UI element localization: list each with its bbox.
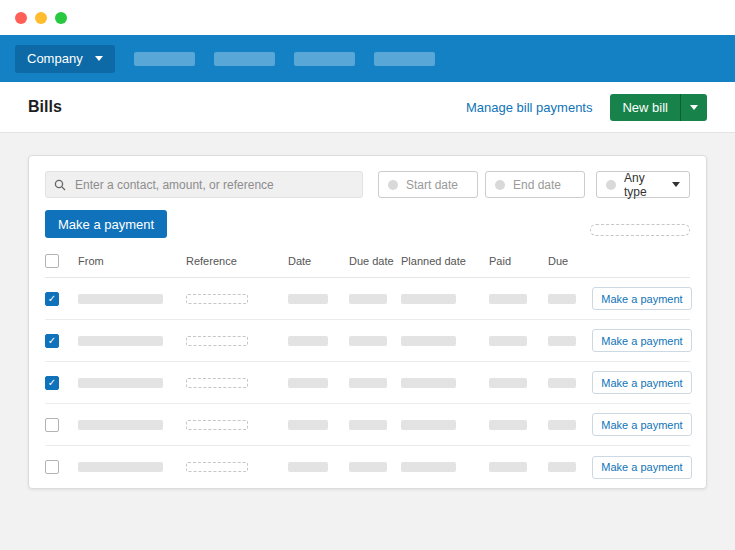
window-chrome — [0, 0, 735, 35]
nav-item-placeholder[interactable] — [214, 52, 275, 66]
column-header: Due — [548, 255, 592, 267]
due-date-placeholder — [349, 420, 387, 430]
chevron-down-icon — [690, 105, 698, 110]
column-header: From — [78, 255, 186, 267]
start-date-placeholder: Start date — [406, 178, 458, 192]
date-placeholder — [288, 336, 328, 346]
row-checkbox[interactable] — [45, 418, 59, 432]
due-placeholder — [548, 420, 576, 430]
paid-placeholder — [489, 336, 527, 346]
planned-date-placeholder — [401, 462, 456, 472]
company-menu-label: Company — [27, 51, 83, 66]
from-placeholder — [78, 420, 163, 430]
make-payment-button[interactable]: Make a payment — [45, 210, 167, 238]
end-date-input[interactable]: End date — [485, 171, 585, 198]
select-all-checkbox[interactable] — [45, 254, 59, 268]
due-date-placeholder — [349, 378, 387, 388]
row-make-payment-button[interactable]: Make a payment — [592, 413, 692, 436]
column-header: Planned date — [401, 255, 489, 267]
calendar-icon — [495, 180, 505, 190]
table-row: ✓Make a payment — [45, 278, 690, 320]
main-navbar: Company — [0, 35, 735, 82]
manage-bill-payments-link[interactable]: Manage bill payments — [466, 100, 592, 115]
type-filter-value: Any type — [624, 171, 664, 199]
placeholder-bar — [590, 224, 690, 236]
row-make-payment-button[interactable]: Make a payment — [592, 371, 692, 394]
nav-placeholder-items — [134, 52, 435, 66]
nav-item-placeholder[interactable] — [134, 52, 195, 66]
due-date-placeholder — [349, 336, 387, 346]
end-date-placeholder: End date — [513, 178, 561, 192]
table-row: Make a payment — [45, 446, 690, 488]
bills-card: Start date End date Any type Make a paym… — [28, 155, 707, 489]
due-date-placeholder — [349, 462, 387, 472]
nav-item-placeholder[interactable] — [374, 52, 435, 66]
row-checkbox[interactable]: ✓ — [45, 334, 59, 348]
due-placeholder — [548, 336, 576, 346]
chevron-down-icon — [95, 56, 103, 61]
type-filter-dropdown[interactable]: Any type — [596, 171, 690, 198]
planned-date-placeholder — [401, 420, 456, 430]
search-icon — [54, 179, 66, 191]
row-make-payment-button[interactable]: Make a payment — [592, 456, 692, 479]
from-placeholder — [78, 294, 163, 304]
from-placeholder — [78, 336, 163, 346]
from-placeholder — [78, 462, 163, 472]
column-header: Due date — [349, 255, 401, 267]
page-header: Bills Manage bill payments New bill — [0, 82, 735, 133]
calendar-icon — [388, 180, 398, 190]
new-bill-dropdown-button[interactable] — [680, 94, 707, 121]
row-checkbox[interactable] — [45, 460, 59, 474]
paid-placeholder — [489, 294, 527, 304]
due-placeholder — [548, 294, 576, 304]
date-placeholder — [288, 378, 328, 388]
planned-date-placeholder — [401, 378, 456, 388]
table-body: ✓Make a payment✓Make a payment✓Make a pa… — [45, 278, 690, 488]
due-placeholder — [548, 462, 576, 472]
date-placeholder — [288, 294, 328, 304]
column-header: Reference — [186, 255, 288, 267]
company-menu-button[interactable]: Company — [15, 45, 115, 73]
row-checkbox[interactable]: ✓ — [45, 376, 59, 390]
planned-date-placeholder — [401, 336, 456, 346]
reference-placeholder — [186, 294, 248, 304]
filter-type-icon — [606, 180, 616, 190]
date-placeholder — [288, 462, 328, 472]
reference-placeholder — [186, 420, 248, 430]
new-bill-button[interactable]: New bill — [610, 94, 680, 121]
column-header: Paid — [489, 255, 548, 267]
reference-placeholder — [186, 462, 248, 472]
table-row: Make a payment — [45, 404, 690, 446]
table-row: ✓Make a payment — [45, 362, 690, 404]
search-field[interactable] — [45, 171, 363, 198]
date-placeholder — [288, 420, 328, 430]
paid-placeholder — [489, 462, 527, 472]
reference-placeholder — [186, 336, 248, 346]
close-window-button[interactable] — [15, 12, 27, 24]
row-make-payment-button[interactable]: Make a payment — [592, 329, 692, 352]
due-placeholder — [548, 378, 576, 388]
paid-placeholder — [489, 420, 527, 430]
row-checkbox[interactable]: ✓ — [45, 292, 59, 306]
search-input[interactable] — [73, 177, 354, 193]
page-title: Bills — [28, 98, 62, 116]
nav-item-placeholder[interactable] — [294, 52, 355, 66]
due-date-placeholder — [349, 294, 387, 304]
filter-row: Start date End date Any type — [45, 171, 690, 198]
zoom-window-button[interactable] — [55, 12, 67, 24]
paid-placeholder — [489, 378, 527, 388]
table-header: FromReferenceDateDue datePlanned datePai… — [45, 254, 690, 278]
table-row: ✓Make a payment — [45, 320, 690, 362]
row-make-payment-button[interactable]: Make a payment — [592, 287, 692, 310]
from-placeholder — [78, 378, 163, 388]
column-header: Date — [288, 255, 349, 267]
start-date-input[interactable]: Start date — [378, 171, 478, 198]
action-row: Make a payment — [45, 210, 690, 238]
reference-placeholder — [186, 378, 248, 388]
planned-date-placeholder — [401, 294, 456, 304]
minimize-window-button[interactable] — [35, 12, 47, 24]
chevron-down-icon — [672, 182, 680, 187]
page-content: Start date End date Any type Make a paym… — [0, 133, 735, 489]
header-actions: Manage bill payments New bill — [466, 94, 707, 121]
new-bill-split-button: New bill — [610, 94, 707, 121]
